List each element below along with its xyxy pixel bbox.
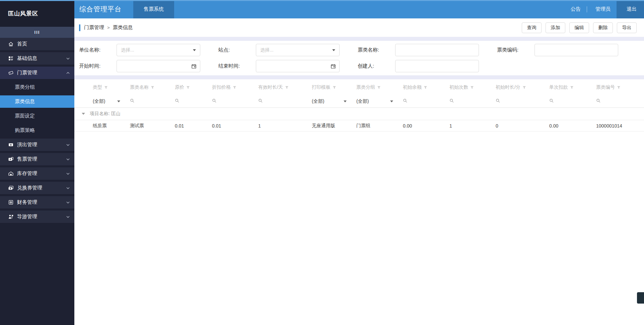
export-button[interactable]: 导出 <box>617 22 637 33</box>
column-filter-初始时长/分[interactable] <box>490 98 544 104</box>
search-icon[interactable] <box>496 98 500 104</box>
sidebar-subitem-label: 票类分组 <box>15 84 35 90</box>
column-filter-票类名称[interactable] <box>124 98 169 104</box>
sidebar-item-sales-mgmt[interactable]: 售票管理 <box>0 153 74 165</box>
column-header-票类分组[interactable]: 票类分组 <box>351 84 397 90</box>
system-tab-ticketing[interactable]: 售票系统 <box>133 0 174 18</box>
query-button[interactable]: 查询 <box>522 22 542 33</box>
filter-field-unit-name: 单位名称:选择... <box>79 44 200 56</box>
cell-票类编号: 1000001014 <box>590 123 641 129</box>
sidebar-item-home[interactable]: 首页 <box>0 38 74 50</box>
column-header-label: 折扣价格 <box>212 84 231 90</box>
column-filter-票类编号[interactable] <box>590 98 641 104</box>
breadcrumb-current: 票类信息 <box>113 24 133 31</box>
table-row[interactable]: 纸质票测试票0.010.011无座通用版门票组0.00100.001000001… <box>74 120 644 132</box>
search-icon[interactable] <box>449 98 454 104</box>
sidebar-item-basic-info[interactable]: 基础信息 <box>0 52 74 65</box>
funnel-icon[interactable] <box>424 86 427 89</box>
funnel-icon[interactable] <box>470 86 474 89</box>
start-time-label: 开始时间: <box>79 63 117 69</box>
search-icon[interactable] <box>596 98 601 104</box>
chevron-down-icon <box>66 58 70 60</box>
funnel-icon[interactable] <box>522 86 526 89</box>
column-header-初始时长/分[interactable]: 初始时长/分 <box>490 84 544 90</box>
sidebar-item-guide-mgmt[interactable]: 导游管理 <box>0 211 74 223</box>
funnel-icon[interactable] <box>285 86 289 89</box>
column-filter-类型[interactable]: (全部) <box>87 98 124 104</box>
creator-input[interactable] <box>395 60 479 72</box>
sidebar-item-inventory-mgmt[interactable]: 库存管理 <box>0 167 74 180</box>
column-header-打印模板[interactable]: 打印模板 <box>306 84 351 90</box>
funnel-icon[interactable] <box>151 86 154 89</box>
column-header-初始次数[interactable]: 初始次数 <box>444 84 490 90</box>
column-filter-初始余额[interactable] <box>397 98 444 104</box>
sidebar-subitem-票类信息[interactable]: 票类信息 <box>0 95 74 108</box>
triangle-down-icon[interactable] <box>82 113 85 115</box>
logout-button[interactable]: 退出 <box>617 0 644 18</box>
funnel-icon[interactable] <box>617 86 621 89</box>
column-header-票类编号[interactable]: 票类编号 <box>590 84 641 90</box>
user-menu[interactable]: 管理员 <box>587 0 617 18</box>
funnel-icon[interactable] <box>570 86 574 89</box>
coupon-icon <box>8 185 14 191</box>
floating-widget[interactable] <box>637 292 644 304</box>
sidebar-item-show-mgmt[interactable]: 演出管理 <box>0 139 74 151</box>
unit-name-select[interactable]: 选择... <box>117 44 200 56</box>
filter-field-end-time: 结束时间: <box>218 60 340 72</box>
calendar-icon[interactable] <box>191 64 197 69</box>
column-header-折扣价格[interactable]: 折扣价格 <box>206 84 253 90</box>
edit-button[interactable]: 编辑 <box>569 22 589 33</box>
main-area: 综合管理平台 售票系统 公告 管理员 退出 <box>74 0 644 325</box>
column-header-单次扣款[interactable]: 单次扣款 <box>544 84 590 90</box>
search-icon[interactable] <box>258 98 263 104</box>
end-time-input[interactable] <box>260 64 331 69</box>
column-header-类型[interactable]: 类型 <box>87 84 124 90</box>
start-time-input[interactable] <box>120 64 191 69</box>
column-filter-初始次数[interactable] <box>444 98 490 104</box>
column-filter-单次扣款[interactable] <box>544 98 590 104</box>
caret-down-icon <box>390 100 393 102</box>
column-filter-原价[interactable] <box>169 98 206 104</box>
column-header-有效时长/天[interactable]: 有效时长/天 <box>253 84 306 90</box>
sidebar-subitem-购票策略[interactable]: 购票策略 <box>0 124 74 137</box>
search-icon[interactable] <box>175 98 180 104</box>
column-header-label: 单次扣款 <box>549 84 568 90</box>
announcement-button[interactable]: 公告 <box>562 0 587 18</box>
filter-field-ticket-name: 票类名称: <box>358 44 479 56</box>
filter-field-creator: 创建人: <box>358 60 479 72</box>
caret-down-icon <box>117 100 120 102</box>
sidebar-subitem-票类分组[interactable]: 票类分组 <box>0 81 74 93</box>
delete-button[interactable]: 删除 <box>593 22 613 33</box>
sidebar-collapse-toggle[interactable]: III <box>0 27 74 38</box>
search-icon[interactable] <box>403 98 408 104</box>
column-header-原价[interactable]: 原价 <box>169 84 206 90</box>
funnel-icon[interactable] <box>333 86 336 89</box>
sidebar-subitem-票面设定[interactable]: 票面设定 <box>0 110 74 122</box>
sidebar-item-voucher-mgmt[interactable]: 兑换券管理 <box>0 182 74 194</box>
search-icon[interactable] <box>130 98 135 104</box>
sell-ticket-icon <box>8 156 14 162</box>
column-filter-票类分组[interactable]: (全部) <box>351 98 397 104</box>
ticket-code-input[interactable] <box>534 44 618 56</box>
funnel-icon[interactable] <box>233 86 236 89</box>
sidebar-subitem-label: 票面设定 <box>15 113 35 119</box>
top-bar: 综合管理平台 售票系统 公告 管理员 退出 <box>74 0 644 18</box>
search-icon[interactable] <box>212 98 217 104</box>
sidebar-item-ticket-mgmt[interactable]: 门票管理 <box>0 67 74 79</box>
sidebar-item-finance-mgmt[interactable]: 财务管理 <box>0 196 74 209</box>
grid-icon <box>8 56 14 61</box>
column-filter-有效时长/天[interactable] <box>253 98 306 104</box>
search-icon[interactable] <box>549 98 554 104</box>
funnel-icon[interactable] <box>104 86 108 89</box>
funnel-icon[interactable] <box>186 86 190 89</box>
breadcrumb-accent <box>79 24 80 31</box>
column-filter-折扣价格[interactable] <box>206 98 253 104</box>
column-header-票类名称[interactable]: 票类名称 <box>124 84 169 90</box>
add-button[interactable]: 添加 <box>546 22 565 33</box>
column-header-初始余额[interactable]: 初始余额 <box>397 84 444 90</box>
site-select[interactable]: 选择... <box>256 44 340 56</box>
funnel-icon[interactable] <box>377 86 381 89</box>
calendar-icon[interactable] <box>331 64 336 69</box>
ticket-name-input[interactable] <box>395 44 479 56</box>
column-filter-打印模板[interactable]: (全部) <box>306 98 351 104</box>
